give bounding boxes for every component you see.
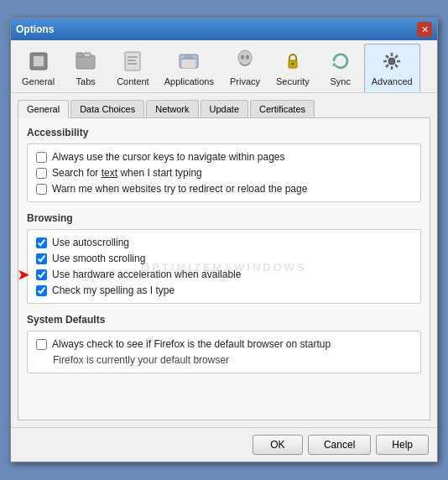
svg-line-26 [386, 65, 388, 67]
toolbar-applications[interactable]: Applications [157, 44, 221, 92]
autoscrolling-row: Use autoscrolling [36, 237, 412, 248]
general-icon [25, 48, 52, 75]
content-icon [119, 48, 146, 75]
toolbar: General Tabs Content Applications Privac… [11, 40, 437, 93]
close-button[interactable]: ✕ [417, 22, 432, 37]
svg-marker-17 [332, 62, 336, 66]
toolbar-privacy-label: Privacy [230, 76, 260, 86]
warn-redirect-checkbox[interactable] [36, 184, 47, 195]
window-title: Options [16, 23, 54, 35]
search-text-label: Search for text when I start typing [52, 167, 202, 179]
browsing-content: OPTIMIZEMSWINDOWS Use autoscrolling Use … [27, 229, 421, 304]
red-arrow-indicator: ➤ [18, 267, 29, 283]
svg-line-24 [395, 65, 398, 67]
system-defaults-title: System Defaults [27, 314, 421, 326]
options-window: Options ✕ General Tabs Content Appl [10, 18, 438, 462]
hardware-accel-label: Use hardware acceleration when available [52, 269, 241, 280]
cursor-keys-label: Always use the cursor keys to navigate w… [52, 151, 284, 163]
security-icon [279, 48, 306, 75]
search-text-row: Search for text when I start typing [36, 167, 412, 179]
svg-point-18 [388, 58, 395, 65]
toolbar-applications-label: Applications [164, 76, 214, 86]
autoscrolling-checkbox[interactable] [36, 237, 47, 248]
smooth-scrolling-label: Use smooth scrolling [52, 253, 145, 264]
svg-line-23 [386, 55, 388, 58]
svg-point-14 [246, 55, 249, 60]
search-text-checkbox[interactable] [36, 168, 47, 179]
default-browser-info: Firefox is currently your default browse… [53, 354, 412, 366]
tabs-icon [72, 48, 99, 75]
spell-check-label: Check my spelling as I type [52, 284, 175, 296]
system-defaults-content: Always check to see if Firefox is the de… [27, 331, 421, 373]
toolbar-content[interactable]: Content [109, 44, 157, 92]
toolbar-general-label: General [22, 76, 55, 86]
toolbar-sync-label: Sync [331, 76, 351, 86]
tab-update[interactable]: Update [201, 100, 248, 117]
spell-check-row: Check my spelling as I type [36, 284, 412, 296]
toolbar-general[interactable]: General [14, 44, 62, 92]
footer: OK Cancel Help [11, 427, 437, 462]
toolbar-sync[interactable]: Sync [317, 44, 364, 92]
toolbar-privacy[interactable]: Privacy [221, 44, 268, 92]
sync-icon [327, 48, 354, 75]
svg-point-16 [291, 63, 294, 65]
tab-certificates[interactable]: Certificates [250, 100, 315, 117]
toolbar-tabs[interactable]: Tabs [62, 44, 109, 92]
svg-rect-4 [84, 53, 91, 57]
default-browser-label: Always check to see if Firefox is the de… [52, 338, 331, 350]
tab-data-choices[interactable]: Data Choices [70, 100, 144, 117]
system-defaults-section: System Defaults Always check to see if F… [27, 314, 421, 373]
toolbar-security-label: Security [276, 76, 310, 86]
toolbar-tabs-label: Tabs [76, 76, 96, 86]
toolbar-security[interactable]: Security [268, 44, 317, 92]
cursor-keys-checkbox[interactable] [36, 152, 47, 163]
svg-rect-11 [182, 60, 195, 68]
toolbar-content-label: Content [117, 76, 149, 86]
tab-network[interactable]: Network [146, 100, 198, 117]
svg-rect-3 [76, 53, 83, 57]
privacy-icon [232, 48, 258, 75]
hardware-accel-row: ➤ Use hardware acceleration when availab… [36, 269, 412, 280]
tab-bar: General Data Choices Network Update Cert… [18, 100, 430, 118]
toolbar-advanced[interactable]: Advanced [364, 44, 420, 92]
svg-rect-6 [128, 56, 138, 58]
svg-rect-1 [34, 56, 44, 66]
default-browser-checkbox[interactable] [36, 339, 47, 350]
help-button[interactable]: Help [376, 435, 429, 455]
spell-check-checkbox[interactable] [36, 285, 47, 296]
accessibility-title: Accessibility [27, 127, 421, 138]
content-area: General Data Choices Network Update Cert… [11, 93, 437, 427]
tab-panel: Accessibility Always use the cursor keys… [18, 118, 430, 420]
tab-general[interactable]: General [18, 100, 69, 118]
svg-rect-7 [128, 60, 136, 61]
smooth-scrolling-row: Use smooth scrolling [36, 253, 412, 264]
ok-button[interactable]: OK [253, 435, 303, 455]
default-browser-row: Always check to see if Firefox is the de… [36, 338, 412, 350]
accessibility-content: Always use the cursor keys to navigate w… [27, 143, 421, 202]
title-bar: Options ✕ [11, 18, 437, 40]
cursor-keys-row: Always use the cursor keys to navigate w… [36, 151, 412, 163]
autoscrolling-label: Use autoscrolling [52, 237, 129, 248]
smooth-scrolling-checkbox[interactable] [36, 253, 47, 264]
applications-icon [175, 48, 202, 75]
browsing-section: Browsing OPTIMIZEMSWINDOWS Use autoscrol… [27, 212, 421, 304]
warn-redirect-row: Warn me when websites try to redirect or… [36, 183, 412, 195]
svg-point-13 [241, 55, 244, 60]
svg-rect-8 [128, 63, 137, 65]
warn-redirect-label: Warn me when websites try to redirect or… [52, 183, 307, 195]
advanced-icon [378, 48, 405, 75]
cancel-button[interactable]: Cancel [308, 435, 371, 455]
browsing-title: Browsing [27, 212, 421, 224]
accessibility-section: Accessibility Always use the cursor keys… [27, 127, 421, 202]
svg-line-25 [395, 55, 398, 58]
hardware-accel-checkbox[interactable] [36, 269, 47, 280]
toolbar-advanced-label: Advanced [372, 76, 413, 86]
